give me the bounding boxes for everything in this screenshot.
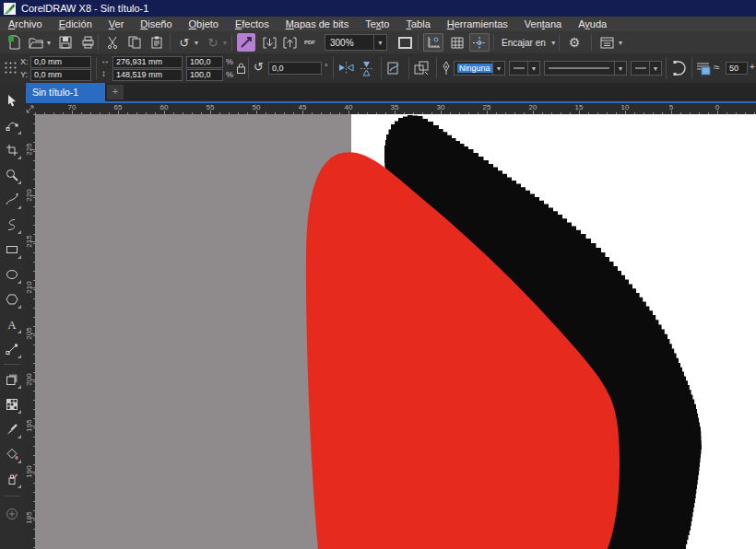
toolbox-separator: [4, 496, 20, 496]
zoom-level-value: 300%: [325, 38, 373, 48]
menu-item-objeto[interactable]: Objeto: [181, 17, 227, 31]
crop-tool[interactable]: [1, 139, 23, 161]
window-layout-button[interactable]: [597, 33, 617, 52]
search-content-button[interactable]: [237, 33, 255, 52]
import-button[interactable]: [259, 33, 279, 52]
rotation-field[interactable]: 0,0: [268, 62, 322, 75]
menu-item-efectos[interactable]: Efectos: [227, 17, 278, 31]
desktop-gray-area[interactable]: [35, 114, 351, 549]
y-position-field[interactable]: 0,0 mm: [30, 69, 91, 81]
toolbox: A: [0, 83, 24, 549]
bspline-tool[interactable]: [1, 214, 23, 236]
scale-h-field[interactable]: 100,0: [186, 56, 223, 68]
mirror-horizontal-icon[interactable]: [338, 61, 354, 75]
publish-pdf-button[interactable]: PDF: [300, 33, 320, 52]
object-order-icon[interactable]: [695, 61, 711, 76]
convert-outline-icon[interactable]: [414, 61, 430, 76]
menu-item-tabla[interactable]: Tabla: [397, 17, 438, 31]
chevron-down-icon[interactable]: ▼: [373, 35, 386, 50]
chevron-down-icon[interactable]: ▼: [614, 62, 626, 75]
horizontal-ruler[interactable]: 7065605550454035302520151050: [35, 103, 756, 114]
menu-item-archivo[interactable]: Archivo: [0, 17, 51, 31]
copy-button[interactable]: [124, 33, 145, 52]
redo-dropdown-arrow[interactable]: ▼: [220, 33, 230, 52]
close-curve-icon[interactable]: [670, 60, 687, 76]
menu-item-mapas-de-bits[interactable]: Mapas de bits: [278, 17, 358, 31]
ruler-label: 15: [575, 103, 584, 111]
convert-to-curves-icon[interactable]: [386, 61, 401, 76]
menu-item-ver[interactable]: Ver: [100, 17, 133, 31]
search-content-icon: [241, 37, 252, 48]
customize-toolbox-button[interactable]: [1, 503, 23, 525]
show-grid-toggle[interactable]: [447, 33, 467, 52]
chevron-down-icon[interactable]: ▼: [649, 62, 661, 75]
arrowhead-end-select[interactable]: ▼: [631, 61, 662, 76]
menu-item-ayuda[interactable]: Ayuda: [570, 17, 615, 31]
full-screen-preview-button[interactable]: [395, 33, 415, 52]
menu-item-herramientas[interactable]: Herramientas: [439, 17, 516, 31]
object-width-field[interactable]: 276,931 mm: [112, 56, 183, 68]
show-rulers-toggle[interactable]: [423, 33, 443, 52]
save-button[interactable]: [55, 33, 76, 52]
window-layout-dropdown-arrow[interactable]: ▼: [616, 33, 625, 52]
mirror-vertical-icon[interactable]: [360, 61, 373, 76]
chevron-down-icon[interactable]: ▼: [527, 62, 539, 75]
new-document-tab-button[interactable]: +: [107, 85, 124, 99]
arrowhead-start-preview: [510, 64, 527, 73]
rectangle-tool[interactable]: [1, 239, 23, 261]
vertical-ruler[interactable]: 225220215210205200195190185: [24, 114, 35, 549]
text-tool[interactable]: A: [1, 313, 23, 335]
scale-v-field[interactable]: 100,0: [186, 69, 223, 81]
menu-item-ventana[interactable]: Ventana: [516, 17, 570, 31]
cut-button[interactable]: [102, 33, 123, 52]
export-button[interactable]: [279, 33, 300, 52]
drop-shadow-tool[interactable]: [1, 368, 23, 391]
undo-dropdown-arrow[interactable]: ▼: [192, 33, 201, 52]
shape-tool[interactable]: [1, 114, 23, 136]
document-tab[interactable]: Sin título-1: [26, 83, 105, 101]
menu-item-texto[interactable]: Texto: [357, 17, 397, 31]
x-position-field[interactable]: 0,0 mm: [30, 56, 91, 68]
pick-tool[interactable]: [1, 89, 23, 111]
print-button[interactable]: [77, 33, 98, 52]
y-position-label: Y:: [20, 69, 28, 81]
propbar-separator: [96, 57, 97, 79]
transparency-tool[interactable]: [1, 393, 23, 415]
open-button[interactable]: [26, 33, 46, 52]
options-button[interactable]: ⚙: [564, 33, 585, 52]
paste-button[interactable]: [147, 33, 167, 52]
menu-item-edicion[interactable]: Edición: [51, 17, 100, 31]
snap-to-dropdown[interactable]: Encajar en ▼: [498, 34, 561, 51]
new-document-button[interactable]: [4, 33, 24, 52]
interactive-fill-tool[interactable]: [1, 443, 23, 465]
import-icon: [263, 36, 277, 50]
document-tab-bar: Sin título-1 +: [26, 83, 756, 101]
ruler-label: 190: [24, 462, 35, 481]
show-guidelines-toggle[interactable]: [469, 33, 490, 52]
zoom-tool[interactable]: [1, 164, 23, 186]
pen-tool[interactable]: [1, 338, 23, 360]
drawing-canvas[interactable]: [35, 114, 756, 549]
ellipse-tool[interactable]: [1, 263, 23, 286]
zoom-level-select[interactable]: 300% ▼: [325, 34, 387, 51]
export-icon: [283, 36, 297, 50]
ruler-origin-corner[interactable]: [24, 103, 35, 114]
menu-item-diseno[interactable]: Diseño: [132, 17, 180, 31]
line-style-select[interactable]: ▼: [544, 61, 627, 76]
open-dropdown-arrow[interactable]: ▼: [44, 33, 53, 52]
lock-ratio-icon[interactable]: [236, 62, 246, 75]
object-height-field[interactable]: 148,519 mm: [112, 69, 183, 81]
chevron-down-icon[interactable]: ▼: [492, 62, 504, 75]
freehand-tool[interactable]: [1, 189, 23, 211]
arrowhead-start-select[interactable]: ▼: [509, 61, 540, 76]
eyedropper-tool[interactable]: [1, 418, 23, 440]
smoothing-field[interactable]: 50: [726, 62, 748, 75]
toolbox-separator: [4, 364, 20, 365]
smoothing-plus-icon[interactable]: +: [750, 62, 755, 72]
x-position-label: X:: [20, 56, 29, 68]
outline-tool[interactable]: [1, 468, 23, 490]
polygon-tool[interactable]: [1, 288, 23, 310]
outline-width-select[interactable]: Ninguna ▼: [454, 61, 505, 76]
rectangle-tool-icon: [6, 243, 18, 256]
object-origin-icon[interactable]: [4, 61, 18, 75]
